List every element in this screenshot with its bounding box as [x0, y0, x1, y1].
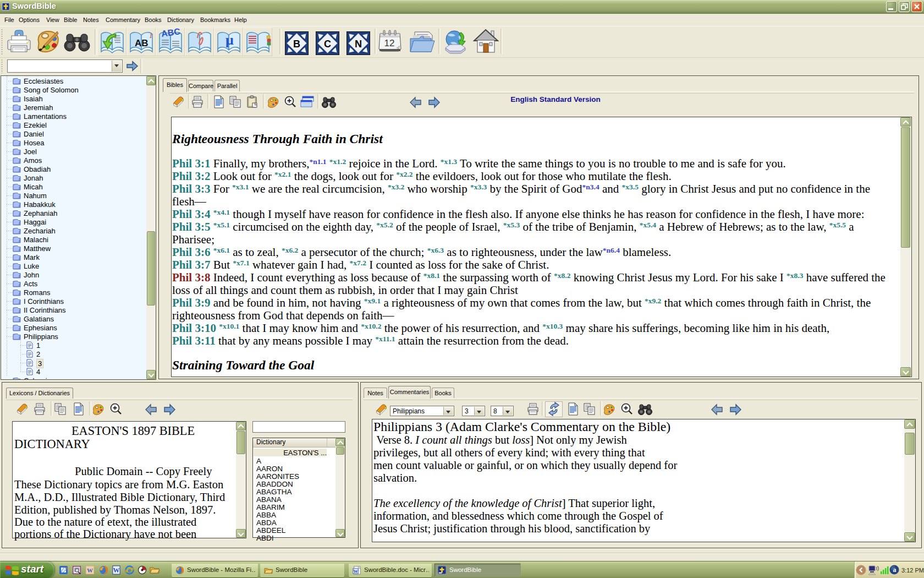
svg-text:e: e	[128, 567, 131, 574]
svg-text:μ: μ	[226, 32, 234, 48]
svg-text:C: C	[324, 39, 331, 50]
svg-text:W: W	[353, 569, 358, 574]
svg-text:AB: AB	[135, 38, 148, 48]
svg-text:12: 12	[384, 38, 395, 48]
svg-text:W: W	[113, 566, 120, 574]
svg-text:W: W	[87, 567, 93, 574]
svg-text:a: a	[893, 566, 897, 574]
svg-text:N: N	[355, 39, 362, 50]
svg-text:B: B	[293, 39, 300, 50]
svg-text:1: 1	[149, 31, 153, 40]
